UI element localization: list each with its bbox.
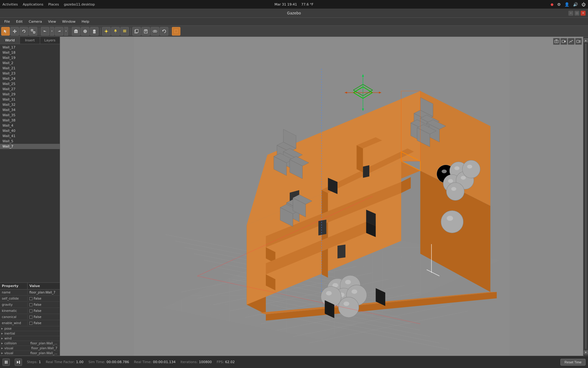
toolbar-spot-light[interactable] (111, 27, 120, 36)
prop-self-collide-value[interactable]: False (28, 296, 60, 301)
list-item[interactable]: Wall_31 (0, 97, 60, 102)
viewport[interactable] (60, 37, 583, 356)
list-item[interactable]: Wall_24 (0, 76, 60, 81)
svg-marker-4 (14, 32, 15, 33)
left-panel: World Insert Layers Wall_17 Wall_18 Wall… (0, 37, 60, 356)
toolbar-dir-light[interactable] (120, 27, 129, 36)
video-btn[interactable] (575, 38, 582, 45)
list-item[interactable]: Wall_23 (0, 71, 60, 76)
prop-enable-wind-value[interactable]: False (28, 321, 60, 325)
svg-rect-13 (74, 30, 77, 33)
activities-btn[interactable]: Activities (2, 2, 18, 6)
svg-line-10 (33, 31, 33, 32)
scroll-down-btn[interactable]: ▼ (584, 350, 588, 355)
list-item[interactable]: Wall_19 (0, 55, 60, 60)
toolbar-joint[interactable] (151, 27, 159, 36)
list-item[interactable]: Wall_41 (0, 133, 60, 139)
pause-button[interactable] (2, 358, 10, 366)
maximize-btn[interactable]: □ (575, 11, 579, 16)
tab-layers[interactable]: Layers (40, 37, 60, 44)
toolbar-select[interactable] (1, 27, 10, 36)
prop-gravity-value[interactable]: False (28, 302, 60, 307)
menu-edit[interactable]: Edit (13, 19, 25, 24)
svg-point-126 (467, 165, 472, 168)
prop-canonical-value[interactable]: False (28, 315, 60, 319)
list-item[interactable]: Wall_4 (0, 123, 60, 128)
prop-row-inertial[interactable]: ▶ inertial (0, 331, 60, 336)
toolbar-translate[interactable] (10, 27, 19, 36)
toolbar-point-light[interactable] (102, 27, 111, 36)
list-item[interactable]: Wall_25 (0, 81, 60, 86)
svg-rect-8 (31, 29, 33, 31)
prop-row-wind[interactable]: ▶ wind (0, 336, 60, 341)
toolbar-undo[interactable] (41, 27, 49, 36)
tab-insert[interactable]: Insert (20, 37, 40, 44)
places-btn[interactable]: Places (48, 2, 59, 6)
menu-help[interactable]: Help (78, 19, 92, 24)
list-item[interactable]: Wall_21 (0, 66, 60, 71)
collision-label: collision (4, 342, 17, 345)
prop-row-visual-2[interactable]: ▶ visual floor_plan:Wall_... (0, 351, 60, 356)
list-item[interactable]: Wall_38 (0, 118, 60, 123)
undo-dropdown[interactable]: ▾ (50, 27, 54, 36)
kinematic-checkbox[interactable] (29, 309, 32, 312)
list-item[interactable]: Wall_32 (0, 102, 60, 107)
toolbar-redo[interactable] (55, 27, 63, 36)
toolbar-sep-3 (100, 28, 100, 35)
list-item[interactable]: Wall_40 (0, 128, 60, 133)
visual1-label: visual (4, 347, 13, 350)
steps-item: Steps: 1 (27, 360, 41, 364)
temperature: 77.6 °F (301, 2, 314, 6)
toolbar-scale[interactable] (29, 27, 37, 36)
window-controls: − □ ✕ (568, 11, 586, 16)
list-item[interactable]: Wall_2 (0, 60, 60, 66)
list-item-selected[interactable]: Wall_7 (0, 144, 60, 149)
record-btn[interactable] (560, 38, 567, 45)
canonical-checkbox[interactable] (29, 316, 32, 319)
viewport-icons (553, 38, 582, 45)
prop-row-pose[interactable]: ▶ pose (0, 326, 60, 331)
list-item[interactable]: Wall_17 (0, 45, 60, 50)
toolbar-box[interactable] (72, 27, 80, 36)
toolbar-cylinder[interactable] (90, 27, 99, 36)
prop-row-visual-1[interactable]: ▶ visual floor_plan:Wall_7 (0, 346, 60, 351)
menu-window[interactable]: Window (59, 19, 78, 24)
toolbar-copy[interactable] (132, 27, 141, 36)
redo-dropdown[interactable]: ▾ (64, 27, 68, 36)
gravity-checkbox[interactable] (29, 303, 32, 306)
list-item[interactable]: Wall_35 (0, 113, 60, 118)
desktop-btn[interactable]: gazebo11.desktop (64, 2, 95, 6)
enable-wind-checkbox[interactable] (29, 322, 32, 325)
rtf-item: Real Time Factor: 1.00 (46, 360, 83, 364)
reset-time-button[interactable]: Reset Time (560, 359, 586, 366)
svg-point-129 (441, 211, 463, 233)
minimize-btn[interactable]: − (568, 11, 573, 16)
prop-row-collision[interactable]: ▶ collision floor_plan:Wall_... (0, 341, 60, 346)
tab-world[interactable]: World (0, 37, 20, 44)
toolbar-paste[interactable] (141, 27, 150, 36)
list-item[interactable]: Wall_29 (0, 92, 60, 97)
applications-btn[interactable]: Applications (23, 2, 43, 6)
list-item[interactable]: Wall_27 (0, 86, 60, 92)
prop-kinematic-value[interactable]: False (28, 309, 60, 313)
prop-name-label: name (0, 290, 28, 295)
plot-btn[interactable] (568, 38, 575, 45)
toolbar-rotate[interactable] (20, 27, 28, 36)
menu-view[interactable]: View (45, 19, 59, 24)
menu-camera[interactable]: Camera (26, 19, 45, 24)
screenshot-btn[interactable] (553, 38, 560, 45)
tray-icon-1: ● (551, 2, 554, 6)
close-btn[interactable]: ✕ (581, 11, 586, 16)
list-item[interactable]: Wall_34 (0, 107, 60, 113)
toolbar-orange-select[interactable] (172, 27, 180, 36)
svg-rect-173 (19, 361, 20, 364)
list-item[interactable]: Wall_5 (0, 139, 60, 144)
step-button[interactable] (15, 358, 22, 366)
menu-file[interactable]: File (1, 19, 13, 24)
self-collide-checkbox[interactable] (29, 297, 32, 300)
svg-point-118 (442, 170, 447, 173)
toolbar-reset[interactable] (160, 27, 168, 36)
scroll-up-btn[interactable]: ▲ (584, 38, 588, 42)
toolbar-sphere[interactable] (81, 27, 89, 36)
list-item[interactable]: Wall_18 (0, 50, 60, 55)
